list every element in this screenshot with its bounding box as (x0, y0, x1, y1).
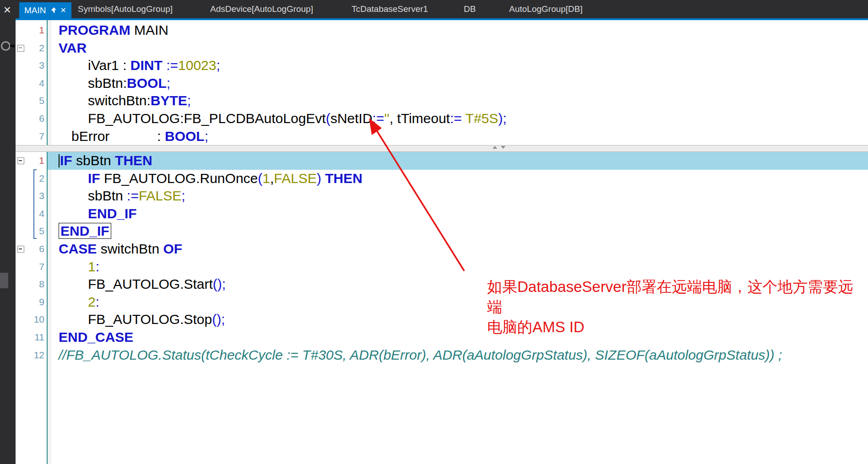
code-line: 1PROGRAM MAIN (16, 22, 868, 39)
bracket-match-box: END_IF (59, 223, 111, 239)
code-text: PROGRAM MAIN (59, 22, 168, 39)
code-text: 1: (88, 258, 99, 276)
token-kw: VAR (59, 40, 87, 55)
token-txt: switchBtn (97, 241, 163, 256)
token-kw: THEN (325, 171, 363, 186)
declaration-editor-pane[interactable]: 1PROGRAM MAIN2VAR3iVar1 : DINT :=10023;4… (16, 20, 868, 145)
token-kw: CASE (59, 241, 97, 256)
token-op: ; (187, 93, 191, 108)
token-op: ); (498, 111, 506, 126)
pin-icon[interactable] (50, 7, 56, 14)
document-tab-bar: MAIN ✕ Symbols[AutoLogGroup] AdsDevice[A… (16, 0, 868, 18)
tab-symbols-autologgroup[interactable]: Symbols[AutoLogGroup] (78, 0, 173, 18)
token-kw: END_CASE (59, 329, 133, 345)
code-line: 4END_IF (16, 205, 868, 223)
code-line: 7bError: BOOL; (16, 128, 868, 145)
token-lit: 2 (88, 294, 96, 309)
line-number: 6 (16, 240, 44, 258)
code-line: 1IF sbBtn THEN (16, 152, 868, 170)
current-line-highlight (48, 152, 868, 170)
line-number: 5 (16, 222, 44, 240)
code-text: END_IF (59, 222, 111, 240)
chevron-down-icon (501, 146, 505, 149)
tab-autologgroup-db[interactable]: AutoLogGroup[DB] (509, 0, 583, 18)
annotation-text: 如果DatabaseServer部署在远端电脑，这个地方需要远端 电脑的AMS … (487, 277, 867, 337)
token-op: ) (317, 171, 321, 186)
code-text: END_CASE (59, 329, 133, 346)
token-kw: END_IF (60, 223, 109, 238)
token-txt: , tTimeout (390, 111, 450, 126)
code-line: 6CASE switchBtn OF (16, 240, 868, 258)
code-text: sbBtn:BOOL; (88, 75, 170, 92)
token-lit: FALSE (139, 188, 181, 203)
pane-splitter[interactable] (16, 145, 868, 152)
line-number: 2 (16, 170, 44, 188)
token-txt: : (157, 129, 165, 144)
left-tool-strip: ✕ (0, 0, 16, 464)
token-op: := (450, 111, 462, 126)
token-txt (462, 111, 466, 126)
code-text: FB_AUTOLOG.Stop(); (88, 311, 225, 329)
token-kw: DINT (130, 58, 163, 73)
token-cmt: //FB_AUTOLOG.Status(tCheckCycle := T#30S… (59, 347, 782, 362)
code-line: 3iVar1 : DINT :=10023; (16, 57, 868, 75)
token-txt: FB_AUTOLOG.Start (88, 276, 213, 291)
token-txt: FB_AUTOLOG.Stop (88, 312, 212, 327)
code-text: switchBtn:BYTE; (88, 92, 191, 110)
code-line: 3sbBtn :=FALSE; (16, 187, 868, 205)
tab-adsdevice-autologgroup[interactable]: AdsDevice[AutoLogGroup] (210, 0, 313, 18)
line-number: 7 (16, 258, 44, 276)
tab-main[interactable]: MAIN ✕ (19, 2, 71, 18)
tab-close-icon[interactable]: ✕ (60, 6, 66, 15)
code-text: IF sbBtn THEN (59, 152, 152, 170)
code-text: //FB_AUTOLOG.Status(tCheckCycle := T#30S… (59, 346, 782, 364)
token-txt (163, 58, 166, 73)
token-op: ( (258, 171, 262, 186)
code-text: VAR (59, 39, 87, 57)
chevron-down-icon (10, 44, 15, 47)
code-line: 5END_IF (16, 222, 868, 240)
line-number: 12 (16, 346, 44, 364)
token-kw: PROGRAM (59, 22, 130, 38)
tab-db[interactable]: DB (464, 0, 476, 18)
token-op: := (127, 188, 139, 203)
code-line: 4sbBtn:BOOL; (16, 75, 868, 92)
line-number: 10 (16, 311, 44, 329)
token-lit: 1 (88, 259, 96, 274)
line-number: 2 (16, 39, 44, 57)
token-lit: FALSE (274, 171, 316, 186)
code-text: IF FB_AUTOLOG.RunOnce(1,FALSE) THEN (88, 170, 363, 188)
code-text: bError: BOOL; (71, 128, 208, 145)
tab-tcdatabaseserver1[interactable]: TcDatabaseServer1 (352, 0, 428, 18)
code-line: 6FB_AUTOLOG:FB_PLCDBAutoLogEvt(sNetID:='… (16, 110, 868, 128)
token-op: ; (181, 188, 185, 203)
twincat-editor-window: MAIN ✕ Symbols[AutoLogGroup] AdsDevice[A… (0, 0, 868, 464)
close-icon[interactable]: ✕ (3, 5, 11, 16)
code-line: 2VAR (16, 39, 868, 57)
line-number: 4 (16, 205, 44, 223)
line-number: 3 (16, 187, 44, 205)
line-number: 3 (16, 57, 44, 75)
token-kw: BYTE (151, 93, 187, 108)
code-text: FB_AUTOLOG.Start(); (88, 275, 226, 293)
token-txt: sbBtn: (88, 76, 127, 91)
token-lit: '' (384, 111, 389, 126)
splitter-grip-icon[interactable] (493, 146, 505, 149)
token-kw: OF (163, 241, 182, 256)
token-op: (); (212, 312, 225, 327)
token-lit: 10023 (178, 58, 216, 73)
token-txt: bError (71, 129, 109, 144)
token-txt: sNetID (331, 111, 373, 126)
code-text: END_IF (88, 205, 137, 223)
code-text: CASE switchBtn OF (59, 240, 182, 258)
line-number: 1 (16, 152, 44, 170)
code-line: 71: (16, 258, 868, 276)
line-number: 7 (16, 128, 44, 145)
token-txt: sbBtn (72, 153, 115, 168)
code-line: 5switchBtn:BYTE; (16, 92, 868, 110)
code-line: 12//FB_AUTOLOG.Status(tCheckCycle := T#3… (16, 346, 868, 364)
scrollbar-thumb[interactable] (0, 273, 8, 288)
annotation-line-1: 如果DatabaseServer部署在远端电脑，这个地方需要远端 (487, 277, 867, 317)
dropdown-icon[interactable] (0, 40, 14, 52)
annotation-line-2: 电脑的AMS ID (487, 317, 867, 337)
